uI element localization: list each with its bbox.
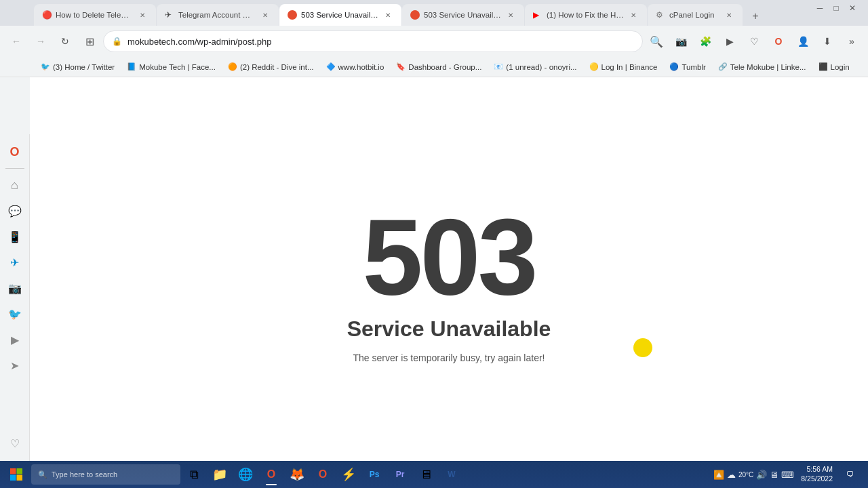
app1-icon: ⚡ bbox=[341, 467, 356, 482]
weather-icon[interactable]: ☁ bbox=[727, 470, 736, 480]
tab-4-close[interactable]: ✕ bbox=[505, 9, 516, 20]
windows-logo bbox=[9, 468, 23, 481]
opera-icon[interactable]: O bbox=[768, 30, 789, 52]
error-description: The server is temporarily busy, try agai… bbox=[347, 352, 551, 363]
bookmark-hotbit[interactable]: 🔷 www.hotbit.io bbox=[321, 59, 390, 75]
tab-2-close[interactable]: ✕ bbox=[260, 9, 271, 20]
tab-3-close[interactable]: ✕ bbox=[382, 9, 393, 20]
tab-grid-button[interactable]: ⊞ bbox=[79, 30, 100, 52]
bookmark-twitter[interactable]: 🐦 (3) Home / Twitter bbox=[35, 59, 120, 75]
extensions-icon[interactable]: 🧩 bbox=[694, 30, 716, 52]
forward-button[interactable]: → bbox=[30, 30, 52, 52]
tab-4[interactable]: 503 Service Unavailable ✕ bbox=[402, 4, 524, 26]
download-icon[interactable]: ⬇ bbox=[816, 30, 838, 52]
sidebar-heart[interactable]: ♡ bbox=[3, 431, 27, 455]
tab-5[interactable]: ▶ (1) How to Fix the HTTP... ✕ bbox=[525, 4, 647, 26]
tab-3-title: 503 Service Unavailable bbox=[301, 11, 378, 19]
taskbar-chrome[interactable]: O bbox=[259, 462, 283, 487]
browser-sidebar: O ⌂ 💬 📱 ✈ 📷 🐦 ▶ bbox=[0, 134, 30, 488]
bookmark-reddit[interactable]: 🟠 (2) Reddit - Dive int... bbox=[222, 59, 319, 75]
tab-6[interactable]: ⚙ cPanel Login ✕ bbox=[648, 4, 743, 26]
sync-icon[interactable]: 👤 bbox=[792, 30, 814, 52]
play-icon[interactable]: ▶ bbox=[719, 30, 741, 52]
tab-5-close[interactable]: ✕ bbox=[628, 9, 639, 20]
bookmark-tumblr[interactable]: 🔵 Tumblr bbox=[664, 59, 711, 75]
sidebar-instagram[interactable]: 📷 bbox=[3, 276, 27, 300]
sidebar-player[interactable]: ▶ bbox=[3, 327, 27, 352]
systray: 🔼 ☁ 20°C 🔊 🖥 ⌨ bbox=[713, 470, 794, 480]
sidebar-whatsapp[interactable]: 📱 bbox=[3, 224, 27, 249]
keyboard-icon[interactable]: ⌨ bbox=[781, 470, 794, 480]
start-button[interactable] bbox=[3, 462, 30, 487]
address-bar[interactable]: 🔒 mokubetech.com/wp-admin/post.php bbox=[103, 30, 643, 52]
bookmark-twitter-label: (3) Home / Twitter bbox=[53, 63, 115, 71]
sidebar-twitter[interactable]: 🐦 bbox=[3, 302, 27, 326]
taskbar-taskview[interactable]: ⧉ bbox=[182, 462, 206, 487]
bookmark-email[interactable]: 📧 (1 unread) - onoyri... bbox=[488, 59, 582, 75]
tab-2[interactable]: ✈ Telegram Account Del... ✕ bbox=[157, 4, 279, 26]
taskbar-clock[interactable]: 5:56 AM 8/25/2022 bbox=[798, 465, 835, 483]
taskbar-opera[interactable]: O bbox=[311, 462, 335, 487]
tab-1[interactable]: 🔴 How to Delete Telegra... ✕ bbox=[34, 4, 156, 26]
notification-button[interactable]: 🗨 bbox=[840, 464, 861, 485]
tab-bar-left: 🔴 How to Delete Telegra... ✕ ✈ Telegram … bbox=[34, 4, 868, 26]
svg-rect-3 bbox=[17, 475, 23, 481]
taskbar: 🔍 Type here to search ⧉ 📁 🌐 O 🦊 O ⚡ Ps P… bbox=[0, 461, 868, 488]
sidebar-messenger[interactable]: 💬 bbox=[3, 199, 27, 223]
bookmark-facebook[interactable]: 📘 Mokube Tech | Face... bbox=[121, 59, 221, 75]
error-container: 503 Service Unavailable The server is te… bbox=[320, 176, 578, 390]
minimize-button[interactable]: ─ bbox=[815, 3, 825, 13]
screenshot-icon[interactable]: 📷 bbox=[670, 30, 692, 52]
send-icon: ➤ bbox=[10, 359, 19, 372]
tab-1-close[interactable]: ✕ bbox=[137, 9, 148, 20]
taskbar-firefox[interactable]: 🦊 bbox=[285, 462, 309, 487]
new-tab-button[interactable]: + bbox=[746, 7, 765, 26]
svg-rect-0 bbox=[10, 468, 16, 474]
taskbar-right: 🔼 ☁ 20°C 🔊 🖥 ⌨ 5:56 AM 8/25/2022 🗨 bbox=[713, 464, 865, 485]
taskbar-premiere[interactable]: Pr bbox=[388, 462, 412, 487]
tab-bar: 🔴 How to Delete Telegra... ✕ ✈ Telegram … bbox=[0, 0, 868, 26]
taskbar-photoshop[interactable]: Ps bbox=[362, 462, 387, 487]
menu-button[interactable]: » bbox=[841, 30, 863, 52]
bookmark-binance[interactable]: 🟡 Log In | Binance bbox=[584, 59, 663, 75]
clock-date: 8/25/2022 bbox=[801, 474, 833, 484]
premiere-icon: Pr bbox=[396, 470, 405, 479]
maximize-button[interactable]: □ bbox=[831, 3, 841, 13]
taskview-icon: ⧉ bbox=[190, 468, 199, 482]
network-icon[interactable]: 🖥 bbox=[770, 470, 778, 480]
tab-6-close[interactable]: ✕ bbox=[724, 9, 734, 20]
sidebar-send[interactable]: ➤ bbox=[3, 353, 27, 378]
close-button[interactable]: ✕ bbox=[848, 3, 857, 13]
bookmark-tumblr-label: Tumblr bbox=[682, 63, 705, 71]
show-hidden-icon[interactable]: 🔼 bbox=[713, 470, 724, 480]
volume-icon[interactable]: 🔊 bbox=[756, 470, 767, 480]
firefox-icon: 🦊 bbox=[290, 467, 304, 482]
refresh-button[interactable]: ↻ bbox=[54, 30, 76, 52]
bookmarks-icon[interactable]: ♡ bbox=[743, 30, 765, 52]
taskbar-edge[interactable]: 🌐 bbox=[233, 462, 258, 487]
tab-4-favicon bbox=[410, 10, 420, 20]
taskbar-search[interactable]: 🔍 Type here to search bbox=[31, 464, 180, 485]
bookmark-login[interactable]: ⬛ Login bbox=[813, 59, 855, 75]
bookmark-linkedin-label: Tele Mokube | Linke... bbox=[730, 63, 806, 71]
taskbar-app1[interactable]: ⚡ bbox=[336, 462, 361, 487]
messenger-icon: 💬 bbox=[8, 205, 22, 218]
tab-2-favicon: ✈ bbox=[165, 10, 174, 20]
bookmark-dashboard[interactable]: 🔖 Dashboard - Group... bbox=[391, 59, 487, 75]
whatsapp-icon: 📱 bbox=[8, 230, 22, 243]
tab-3-favicon bbox=[288, 10, 297, 20]
taskbar-file-explorer[interactable]: 📁 bbox=[208, 462, 232, 487]
player-icon: ▶ bbox=[11, 333, 19, 346]
back-button[interactable]: ← bbox=[5, 30, 27, 52]
taskbar-word[interactable]: W bbox=[439, 462, 464, 487]
taskbar-unknown[interactable]: 🖥 bbox=[414, 462, 438, 487]
sidebar-home[interactable]: ⌂ bbox=[3, 173, 27, 197]
sidebar-telegram[interactable]: ✈ bbox=[3, 250, 27, 274]
bookmark-linkedin[interactable]: 🔗 Tele Mokube | Linke... bbox=[713, 59, 812, 75]
sidebar-opera[interactable]: O bbox=[3, 140, 27, 164]
tab-3[interactable]: 503 Service Unavailable ✕ bbox=[279, 4, 401, 26]
facebook-favicon: 📘 bbox=[127, 62, 136, 71]
tab-5-title: (1) How to Fix the HTTP... bbox=[547, 11, 624, 19]
search-icon[interactable]: 🔍 bbox=[646, 30, 667, 52]
reddit-favicon: 🟠 bbox=[228, 62, 237, 71]
